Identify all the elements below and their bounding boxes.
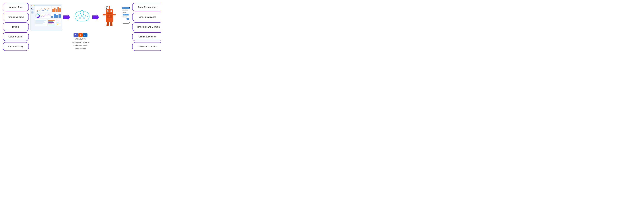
svg-line-22: [76, 15, 78, 16]
bar: [58, 7, 59, 12]
svg-line-17: [78, 15, 80, 18]
dash-lower-row: [35, 19, 61, 26]
main-layout: Working Time Productive Time Breaks Cate…: [0, 0, 161, 54]
bar: [51, 16, 53, 18]
diagram-row: 💬: [30, 4, 131, 31]
svg-point-32: [107, 10, 108, 12]
ms-teams-icon: T: [74, 33, 78, 37]
progress-item: [57, 23, 61, 23]
app-icons-row: T J: [74, 33, 88, 37]
stacked-bar: [48, 22, 53, 22]
btn-work-life-balance[interactable]: Work-life ablance: [132, 12, 161, 21]
center-column: 💬: [30, 0, 131, 54]
btn-office-location[interactable]: Office and Location: [132, 42, 161, 51]
left-column: Working Time Productive Time Breaks Cate…: [0, 0, 30, 54]
phone-avatar-row: [122, 10, 129, 11]
sidebar-item-active: [32, 8, 32, 9]
btn-categorization[interactable]: Categorization: [3, 32, 29, 41]
dash-body: [32, 6, 61, 30]
bar: [56, 10, 57, 12]
table-row: [35, 20, 46, 20]
brain-svg: [72, 8, 91, 27]
sidebar-item: [32, 12, 34, 13]
mini-line-chart: [41, 14, 50, 18]
svg-point-36: [108, 16, 110, 17]
phone-mockup: Chat Hello there! Hi! How can I help? Sh…: [122, 7, 130, 24]
btn-system-activity[interactable]: System Activity: [3, 42, 29, 51]
avatar-circle: [122, 10, 124, 11]
progress-item: [57, 22, 61, 22]
dot-yellow: [32, 5, 33, 6]
svg-point-29: [109, 6, 110, 7]
svg-point-45: [80, 34, 81, 36]
analysis-label: Analysis: [75, 37, 86, 40]
phone-body: Hello there! Hi! How can I help? Show my…: [122, 9, 130, 23]
bar-chart-right: [51, 14, 61, 18]
dash-middle-row: [35, 13, 61, 18]
dash-table: [35, 19, 47, 26]
bar: [52, 9, 54, 12]
btn-team-performance[interactable]: Team Performance: [132, 3, 161, 11]
arrow-right-2: [92, 14, 99, 20]
stacked-bar: [48, 24, 52, 24]
svg-line-23: [86, 16, 88, 16]
svg-line-11: [78, 14, 80, 15]
sidebar-item: [32, 11, 34, 12]
progress-item: [57, 24, 61, 24]
svg-line-18: [84, 16, 86, 18]
dash-sidebar: [32, 6, 34, 30]
svg-point-43: [110, 24, 113, 26]
donut-chart: [35, 13, 40, 18]
right-column: Team Performance Work-life ablance Techn…: [131, 0, 161, 54]
sidebar-item: [32, 7, 34, 8]
svg-text:T: T: [74, 34, 76, 36]
slack-icon: [78, 33, 82, 37]
btn-working-time[interactable]: Working Time: [3, 3, 29, 11]
progress-fill: [57, 22, 59, 22]
dash-search-bar: [35, 5, 61, 6]
table-row: [35, 23, 43, 24]
btn-clients-projects[interactable]: Clients & Projects: [132, 32, 161, 41]
stacked-bars: [48, 19, 56, 26]
line-chart: [35, 6, 51, 12]
svg-marker-3: [63, 14, 70, 20]
bar: [54, 14, 56, 18]
phone-msg-sent: Hi! How can I help?: [123, 14, 129, 16]
phone-msg-received: Show my stats: [122, 16, 128, 18]
svg-text:J: J: [84, 34, 85, 36]
dashboard-mockup: [30, 4, 62, 31]
dot-green: [34, 5, 34, 6]
jira-icon: J: [83, 33, 88, 37]
btn-productive-time[interactable]: Productive Time: [3, 12, 29, 21]
avatar-circle: [126, 10, 128, 11]
bar-chart-top: [52, 6, 61, 12]
progress-fill: [57, 21, 60, 21]
progress-fill: [57, 23, 60, 23]
stacked-bar: [48, 24, 55, 25]
bar: [59, 8, 61, 12]
btn-breaks[interactable]: Breaks: [3, 22, 29, 31]
table-row: [35, 24, 45, 25]
progress-item: [57, 21, 61, 21]
sidebar-item: [32, 10, 34, 10]
dash-top-charts: [35, 6, 61, 12]
svg-line-13: [82, 14, 84, 16]
ai-desc-text: Recognise patterns and make smart sugges…: [72, 41, 89, 50]
bar: [54, 8, 56, 12]
progress-fill: [57, 24, 58, 24]
center-bottom-area: T J Analysis Recognise patterns and make…: [72, 32, 89, 50]
svg-rect-34: [107, 13, 112, 14]
svg-rect-38: [113, 14, 116, 15]
dash-topbar: [32, 5, 61, 6]
arrow-right-1: [63, 14, 70, 20]
btn-technology-domain[interactable]: Technology and Domain: [132, 22, 161, 31]
svg-marker-25: [92, 14, 99, 20]
avatar-circle: [124, 10, 126, 11]
robot-phone-area: 💬: [100, 4, 131, 31]
table-row: [35, 22, 45, 23]
stacked-bar: [48, 20, 54, 21]
bar: [56, 15, 58, 18]
dot-red: [32, 5, 32, 6]
sidebar-item: [32, 14, 34, 14]
phone-msg-sent: Sure!: [126, 18, 129, 20]
